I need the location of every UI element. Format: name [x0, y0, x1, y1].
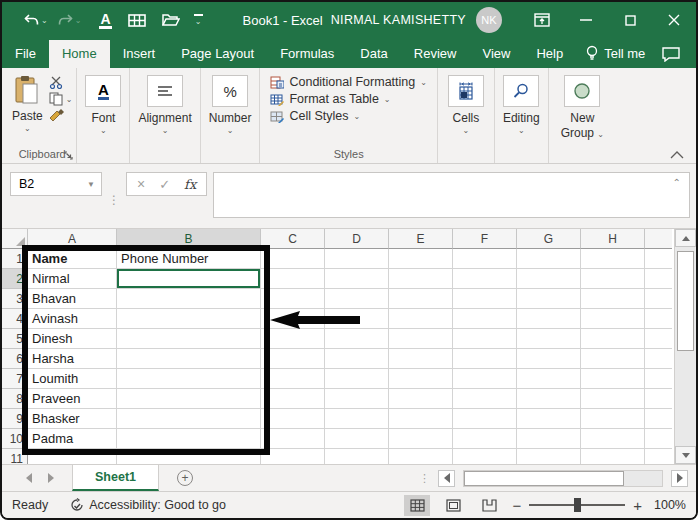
zoom-slider[interactable]: − +	[512, 497, 642, 514]
cell-B6[interactable]	[117, 349, 261, 369]
cell-B1[interactable]: Phone Number	[117, 249, 261, 269]
cell-A2[interactable]: Nirmal	[28, 269, 117, 289]
open-file-button[interactable]	[160, 11, 182, 29]
horizontal-scroll-thumb[interactable]	[464, 471, 624, 486]
undo-dropdown-icon[interactable]: ⌄	[41, 16, 48, 25]
cell-G9[interactable]	[517, 409, 581, 429]
column-header-A[interactable]: A	[28, 229, 117, 249]
tab-help[interactable]: Help	[523, 40, 576, 68]
cell-A4[interactable]: Avinash	[28, 309, 117, 329]
minimize-button[interactable]	[564, 2, 608, 38]
cell-E7[interactable]	[389, 369, 453, 389]
tab-file[interactable]: File	[2, 40, 49, 68]
sheet-tab-sheet1[interactable]: Sheet1	[72, 465, 159, 491]
row-header-1[interactable]: 1	[2, 249, 28, 269]
cell-B3[interactable]	[117, 289, 261, 309]
cell-F11[interactable]	[453, 449, 517, 464]
cell-G11[interactable]	[517, 449, 581, 464]
cell-F7[interactable]	[453, 369, 517, 389]
cells-button[interactable]: Cells ⌄	[448, 72, 484, 135]
cell-B10[interactable]	[117, 429, 261, 449]
cell-B4[interactable]	[117, 309, 261, 329]
scroll-right-button[interactable]	[671, 470, 688, 487]
cell-C6[interactable]	[261, 349, 325, 369]
cell-B7[interactable]	[117, 369, 261, 389]
scroll-down-button[interactable]	[675, 446, 696, 464]
cancel-entry-button[interactable]: ×	[137, 176, 145, 192]
cell-C4[interactable]	[261, 309, 325, 329]
horizontal-scroll-track[interactable]	[463, 470, 663, 487]
tab-home[interactable]: Home	[49, 40, 110, 68]
column-header-E[interactable]: E	[389, 229, 453, 249]
redo-dropdown-icon[interactable]: ⌄	[75, 16, 82, 25]
column-header-H[interactable]: H	[581, 229, 645, 249]
tab-review[interactable]: Review	[401, 40, 470, 68]
cell-C1[interactable]	[261, 249, 325, 269]
cell-G7[interactable]	[517, 369, 581, 389]
tab-data[interactable]: Data	[347, 40, 400, 68]
cell-E1[interactable]	[389, 249, 453, 269]
format-as-table-button[interactable]: Format as Table ⌄	[270, 92, 426, 106]
cell-C11[interactable]	[261, 449, 325, 464]
zoom-track[interactable]	[529, 504, 625, 506]
next-sheet-icon[interactable]	[48, 473, 54, 483]
cell-B2[interactable]	[117, 269, 261, 289]
row-header-10[interactable]: 10	[2, 429, 28, 449]
cell-F10[interactable]	[453, 429, 517, 449]
cell-H1[interactable]	[581, 249, 645, 269]
cell-G8[interactable]	[517, 389, 581, 409]
cell-D3[interactable]	[325, 289, 389, 309]
column-header-C[interactable]: C	[261, 229, 325, 249]
column-header-F[interactable]: F	[453, 229, 517, 249]
cell-F4[interactable]	[453, 309, 517, 329]
row-header-9[interactable]: 9	[2, 409, 28, 429]
zoom-in-button[interactable]: +	[633, 497, 642, 514]
cell-F3[interactable]	[453, 289, 517, 309]
row-header-3[interactable]: 3	[2, 289, 28, 309]
user-name[interactable]: NIRMAL KAMISHETTY	[331, 13, 466, 27]
cell-A10[interactable]: Padma	[28, 429, 117, 449]
cell-A11[interactable]	[28, 449, 117, 464]
cell-H5[interactable]	[581, 329, 645, 349]
cell-D10[interactable]	[325, 429, 389, 449]
cell-A3[interactable]: Bhavan	[28, 289, 117, 309]
cell-A5[interactable]: Dinesh	[28, 329, 117, 349]
formula-bar-expand-icon[interactable]: ⌃	[673, 177, 681, 188]
ribbon-display-options-button[interactable]	[520, 2, 564, 38]
cell-G10[interactable]	[517, 429, 581, 449]
insert-function-button[interactable]: fx	[184, 177, 196, 192]
cell-F9[interactable]	[453, 409, 517, 429]
cell-E6[interactable]	[389, 349, 453, 369]
borders-button[interactable]	[126, 12, 148, 29]
scroll-left-button[interactable]	[438, 470, 455, 487]
cell-C5[interactable]	[261, 329, 325, 349]
page-break-preview-button[interactable]	[476, 495, 502, 516]
tab-page-layout[interactable]: Page Layout	[168, 40, 267, 68]
maximize-button[interactable]	[608, 2, 652, 38]
cell-D2[interactable]	[325, 269, 389, 289]
previous-sheet-icon[interactable]	[26, 473, 32, 483]
cell-D8[interactable]	[325, 389, 389, 409]
row-header-11[interactable]: 11	[2, 449, 28, 464]
cell-D4[interactable]	[325, 309, 389, 329]
name-box[interactable]: B2 ▼	[10, 172, 102, 196]
cell-B8[interactable]	[117, 389, 261, 409]
column-header-B[interactable]: B	[117, 229, 261, 249]
new-group-button[interactable]: New Group ⌄	[561, 72, 604, 141]
row-header-8[interactable]: 8	[2, 389, 28, 409]
cell-G2[interactable]	[517, 269, 581, 289]
row-header-2[interactable]: 2	[2, 269, 28, 289]
cell-E8[interactable]	[389, 389, 453, 409]
editing-button[interactable]: Editing ⌄	[503, 72, 540, 135]
cell-E3[interactable]	[389, 289, 453, 309]
row-header-4[interactable]: 4	[2, 309, 28, 329]
cell-D1[interactable]	[325, 249, 389, 269]
cell-E4[interactable]	[389, 309, 453, 329]
tab-insert[interactable]: Insert	[110, 40, 169, 68]
cell-styles-button[interactable]: Cell Styles ⌄	[270, 109, 426, 123]
cell-E11[interactable]	[389, 449, 453, 464]
column-header-D[interactable]: D	[325, 229, 389, 249]
horizontal-scrollbar[interactable]: ⋮	[419, 465, 696, 491]
cell-C7[interactable]	[261, 369, 325, 389]
cell-D9[interactable]	[325, 409, 389, 429]
